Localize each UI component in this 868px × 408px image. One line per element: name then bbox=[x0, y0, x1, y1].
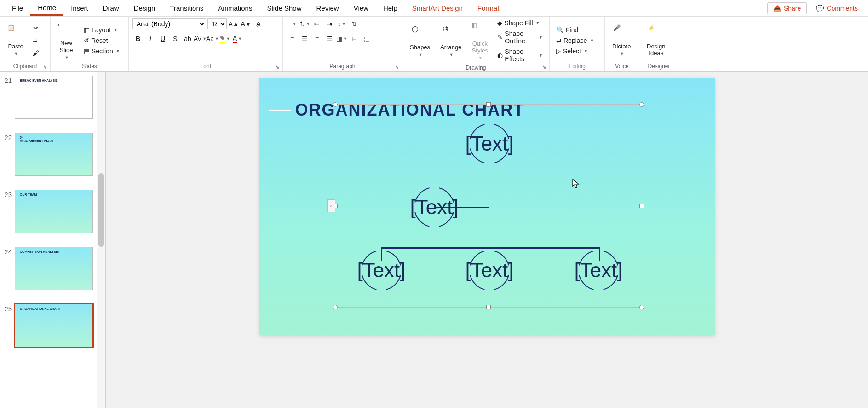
shapes-button[interactable]: ◯Shapes▼ bbox=[406, 23, 434, 59]
share-label: Share bbox=[784, 5, 801, 12]
select-label: Select bbox=[563, 47, 581, 55]
scrollbar-thumb[interactable] bbox=[98, 173, 104, 247]
slide-thumb-21[interactable]: BREAK-EVEN ANALYSIS bbox=[15, 76, 93, 119]
layout-button[interactable]: ▦Layout▼ bbox=[81, 25, 123, 35]
justify-button[interactable]: ☰ bbox=[324, 33, 335, 44]
dictate-button[interactable]: 🎤Dictate▼ bbox=[609, 23, 634, 58]
font-launcher[interactable]: ⬊ bbox=[276, 64, 281, 70]
clear-formatting-button[interactable]: A̷ bbox=[253, 18, 264, 29]
format-painter-button[interactable]: 🖌 bbox=[30, 47, 41, 58]
connector-line bbox=[489, 164, 490, 247]
resize-handle-ne[interactable] bbox=[639, 102, 644, 107]
bullets-button[interactable]: ≡▼ bbox=[287, 18, 298, 29]
font-name-select[interactable]: Arial (Body) bbox=[132, 18, 206, 29]
thumb-title: BREAK-EVEN ANALYSIS bbox=[20, 79, 58, 82]
shape-effects-button[interactable]: ◐Shape Effects▼ bbox=[494, 47, 546, 64]
decrease-indent-button[interactable]: ⇤ bbox=[311, 18, 322, 29]
section-button[interactable]: ▤Section▼ bbox=[81, 47, 123, 56]
org-node-text[interactable]: [Text] bbox=[465, 259, 513, 282]
reset-button[interactable]: ↺Reset bbox=[81, 36, 123, 45]
slide-thumb-25[interactable]: ORGANIZATIONAL CHART bbox=[15, 304, 93, 347]
shape-fill-button[interactable]: ◆Shape Fill▼ bbox=[494, 18, 546, 28]
align-center-button[interactable]: ☰ bbox=[299, 33, 310, 44]
find-button[interactable]: 🔍Find bbox=[553, 25, 597, 35]
slide-thumb-23[interactable]: OUR TEAM bbox=[15, 190, 93, 233]
line-spacing-button[interactable]: ↕▼ bbox=[336, 18, 347, 29]
shape-outline-button[interactable]: ✎Shape Outline▼ bbox=[494, 29, 546, 46]
italic-button[interactable]: I bbox=[145, 33, 156, 44]
bold-button[interactable]: B bbox=[132, 33, 144, 44]
paste-button[interactable]: 📋 Paste ▼ bbox=[4, 23, 28, 58]
text-pane-toggle[interactable]: ‹ bbox=[327, 199, 335, 212]
org-node-child-1[interactable]: [Text] bbox=[351, 250, 413, 291]
menu-view[interactable]: View bbox=[346, 1, 376, 15]
drawing-launcher[interactable]: ⬊ bbox=[542, 64, 548, 70]
resize-handle-n[interactable] bbox=[486, 102, 491, 107]
decrease-font-button[interactable]: A▼ bbox=[241, 18, 252, 29]
copy-button[interactable]: ⿻ bbox=[30, 35, 41, 46]
org-node-text[interactable]: [Text] bbox=[410, 196, 458, 219]
resize-handle-nw[interactable] bbox=[333, 102, 338, 107]
slide-canvas[interactable]: ORGANIZATIONAL CHART ‹ bbox=[259, 78, 715, 335]
font-size-select[interactable]: 18+ bbox=[207, 18, 227, 29]
slide-number: 22 bbox=[2, 133, 12, 176]
org-node-child-3[interactable]: [Text] bbox=[568, 250, 630, 291]
design-ideas-button[interactable]: ⚡Design Ideas bbox=[643, 23, 669, 58]
menu-transitions[interactable]: Transitions bbox=[162, 1, 211, 15]
scissors-icon: ✂ bbox=[33, 24, 39, 32]
character-spacing-button[interactable]: AV▼ bbox=[195, 33, 206, 44]
underline-button[interactable]: U bbox=[157, 33, 168, 44]
increase-indent-button[interactable]: ⇥ bbox=[324, 18, 335, 29]
menu-home[interactable]: Home bbox=[30, 1, 63, 16]
menu-animations[interactable]: Animations bbox=[211, 1, 259, 15]
font-color-button[interactable]: A▼ bbox=[232, 33, 243, 44]
resize-handle-s[interactable] bbox=[486, 305, 491, 309]
slide-number: 25 bbox=[2, 304, 12, 347]
comments-button[interactable]: 💬 Comments bbox=[811, 3, 863, 14]
strikethrough-button[interactable]: ab bbox=[182, 33, 193, 44]
org-node-child-2[interactable]: [Text] bbox=[459, 250, 521, 291]
org-node-text[interactable]: [Text] bbox=[465, 132, 513, 155]
menu-help[interactable]: Help bbox=[376, 1, 405, 15]
increase-font-button[interactable]: A▲ bbox=[228, 18, 239, 29]
menu-format[interactable]: Format bbox=[470, 1, 507, 15]
clipboard-launcher[interactable]: ⬊ bbox=[43, 64, 49, 70]
paste-label: Paste bbox=[8, 43, 23, 50]
menu-insert[interactable]: Insert bbox=[63, 1, 96, 15]
menu-draw[interactable]: Draw bbox=[96, 1, 126, 15]
resize-handle-e[interactable] bbox=[639, 204, 644, 208]
new-slide-button[interactable]: ▭ New Slide ▼ bbox=[54, 19, 78, 62]
org-node-text[interactable]: [Text] bbox=[574, 259, 622, 282]
menu-slideshow[interactable]: Slide Show bbox=[259, 1, 309, 15]
org-node-text[interactable]: [Text] bbox=[357, 259, 405, 282]
outline-icon: ✎ bbox=[497, 34, 503, 41]
select-button[interactable]: ▷Select▼ bbox=[553, 47, 597, 56]
menu-design[interactable]: Design bbox=[126, 1, 163, 15]
text-direction-button[interactable]: ⇅ bbox=[349, 18, 360, 29]
org-node-assistant[interactable]: [Text] bbox=[403, 187, 466, 228]
paragraph-launcher[interactable]: ⬊ bbox=[395, 64, 401, 70]
org-node-root[interactable]: [Text] bbox=[459, 123, 521, 164]
shadow-button[interactable]: S bbox=[170, 33, 181, 44]
menu-file[interactable]: File bbox=[5, 1, 30, 15]
align-right-button[interactable]: ≡ bbox=[311, 33, 322, 44]
highlight-button[interactable]: ✎▼ bbox=[219, 33, 230, 44]
convert-smartart-button[interactable]: ⬚ bbox=[361, 33, 372, 44]
numbering-button[interactable]: ⒈▼ bbox=[299, 18, 310, 29]
slide-thumb-22[interactable]: 04 MANAGEMENT PLAN bbox=[15, 133, 93, 176]
arrange-button[interactable]: ⿻Arrange▼ bbox=[437, 23, 465, 59]
menu-review[interactable]: Review bbox=[309, 1, 346, 15]
align-left-button[interactable]: ≡ bbox=[287, 33, 298, 44]
share-button[interactable]: 📤 Share bbox=[767, 2, 807, 14]
resize-handle-sw[interactable] bbox=[333, 305, 338, 309]
replace-button[interactable]: ⇄Replace▼ bbox=[553, 36, 597, 45]
smartart-selection[interactable]: ‹ [Text] [Text] [T bbox=[335, 104, 642, 308]
change-case-button[interactable]: Aa▼ bbox=[207, 33, 218, 44]
columns-button[interactable]: ▥▼ bbox=[336, 33, 347, 44]
cut-button[interactable]: ✂ bbox=[30, 23, 41, 34]
slide-thumb-24[interactable]: COMPETITION ANALYSIS bbox=[15, 247, 93, 290]
menu-smartart-design[interactable]: SmartArt Design bbox=[405, 1, 470, 15]
align-text-button[interactable]: ⊟ bbox=[349, 33, 360, 44]
title-rule-left bbox=[269, 110, 291, 111]
resize-handle-se[interactable] bbox=[639, 305, 644, 309]
